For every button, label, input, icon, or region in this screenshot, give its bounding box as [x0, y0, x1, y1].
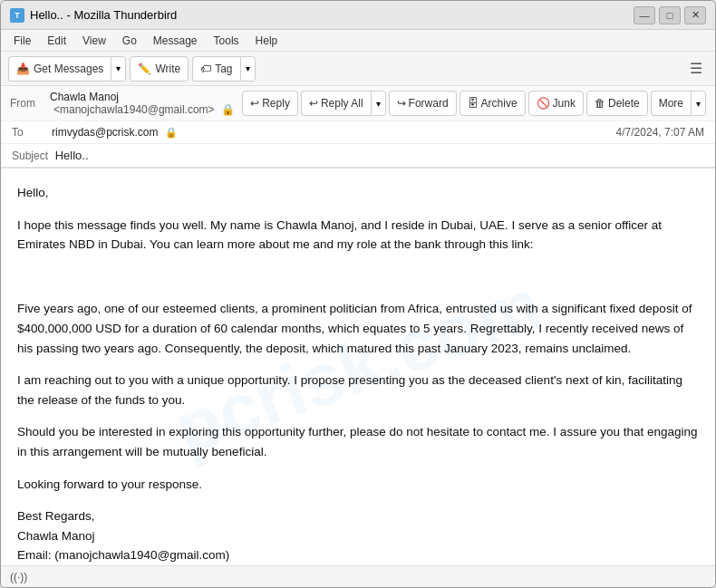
body-para-7: Best Regards,Chawla ManojEmail: (manojch…	[17, 506, 699, 565]
delete-label: Delete	[608, 97, 640, 110]
menu-go[interactable]: Go	[115, 33, 144, 49]
more-button[interactable]: More	[651, 91, 691, 116]
junk-button[interactable]: 🚫 Junk	[528, 91, 584, 116]
forward-button[interactable]: ↪ Forward	[389, 91, 457, 116]
body-para-1: I hope this message finds you well. My n…	[17, 216, 699, 255]
from-security-icon[interactable]: 🔒	[221, 103, 235, 116]
more-group: More ▾	[651, 91, 706, 116]
get-messages-icon: 📥	[16, 63, 30, 75]
status-bar: ((·))	[1, 565, 715, 587]
title-bar-controls: — □ ✕	[634, 6, 706, 24]
hamburger-button[interactable]: ☰	[684, 58, 708, 79]
reply-button[interactable]: ↩ Reply	[242, 91, 298, 116]
tag-group: 🏷 Tag ▾	[192, 56, 255, 82]
reply-all-button[interactable]: ↩ Reply All	[301, 91, 371, 116]
menu-edit[interactable]: Edit	[40, 33, 73, 49]
from-name: Chawla Manoj	[50, 91, 119, 103]
minimize-button[interactable]: —	[634, 6, 655, 24]
body-para-6: Looking forward to your response.	[17, 475, 699, 495]
forward-label: Forward	[409, 97, 449, 110]
to-value: rimvydas@pcrisk.com 🔒	[52, 126, 611, 139]
email-content: Hello, I hope this message finds you wel…	[17, 183, 699, 565]
from-email: <manojchawla1940@gmail.com>	[53, 103, 215, 116]
body-para-0: Hello,	[17, 183, 699, 203]
subject-value: Hello..	[55, 149, 89, 162]
get-messages-label: Get Messages	[34, 63, 103, 75]
get-messages-group: 📥 Get Messages ▾	[8, 56, 126, 82]
body-para-4: I am reaching out to you with a unique o…	[17, 371, 699, 410]
title-bar-left: T Hello.. - Mozilla Thunderbird	[10, 8, 177, 23]
subject-label: Subject	[12, 149, 48, 162]
write-icon: ✏️	[138, 63, 151, 75]
connection-status-icon: ((·))	[10, 571, 27, 583]
write-label: Write	[155, 63, 180, 75]
to-address: rimvydas@pcrisk.com	[52, 126, 159, 139]
title-bar: T Hello.. - Mozilla Thunderbird — □ ✕	[1, 1, 715, 30]
reply-icon: ↩	[250, 97, 259, 110]
tag-label: Tag	[215, 63, 232, 75]
reply-all-icon: ↩	[309, 97, 318, 110]
reply-all-group: ↩ Reply All ▾	[301, 91, 386, 116]
get-messages-button[interactable]: 📥 Get Messages	[8, 56, 111, 82]
more-dropdown[interactable]: ▾	[691, 91, 706, 116]
to-label: To	[12, 126, 46, 139]
tag-button[interactable]: 🏷 Tag	[192, 56, 239, 82]
reply-all-dropdown[interactable]: ▾	[371, 91, 386, 116]
menu-tools[interactable]: Tools	[207, 33, 247, 49]
archive-label: Archive	[481, 97, 518, 110]
tag-icon: 🏷	[200, 63, 211, 75]
menu-file[interactable]: File	[6, 33, 38, 49]
menu-bar: File Edit View Go Message Tools Help	[1, 30, 715, 52]
close-button[interactable]: ✕	[684, 6, 706, 24]
maximize-button[interactable]: □	[659, 6, 681, 24]
email-date: 4/7/2024, 7:07 AM	[616, 126, 704, 139]
menu-help[interactable]: Help	[248, 33, 285, 49]
email-header: From Chawla Manoj <manojchawla1940@gmail…	[1, 86, 715, 169]
delete-icon: 🗑	[595, 97, 605, 110]
forward-icon: ↪	[397, 97, 406, 110]
reply-all-label: Reply All	[321, 97, 363, 110]
archive-button[interactable]: 🗄 Archive	[460, 91, 526, 116]
to-security-icon[interactable]: 🔒	[165, 127, 178, 138]
more-label: More	[659, 97, 683, 110]
from-value: Chawla Manoj <manojchawla1940@gmail.com>…	[50, 91, 237, 116]
write-button[interactable]: ✏️ Write	[130, 56, 189, 82]
junk-icon: 🚫	[537, 97, 550, 110]
to-row: To rimvydas@pcrisk.com 🔒 4/7/2024, 7:07 …	[1, 121, 715, 144]
junk-label: Junk	[553, 97, 576, 110]
from-label: From	[10, 97, 44, 110]
delete-button[interactable]: 🗑 Delete	[586, 91, 648, 116]
menu-message[interactable]: Message	[146, 33, 205, 49]
get-messages-dropdown[interactable]: ▾	[111, 56, 126, 82]
tag-dropdown[interactable]: ▾	[240, 56, 256, 82]
menu-view[interactable]: View	[75, 33, 113, 49]
toolbar: 📥 Get Messages ▾ ✏️ Write 🏷 Tag ▾ ☰	[1, 52, 715, 86]
body-para-2	[17, 267, 699, 287]
body-para-5: Should you be interested in exploring th…	[17, 422, 699, 461]
subject-row: Subject Hello..	[1, 144, 715, 168]
archive-icon: 🗄	[468, 97, 479, 110]
email-body: pcrisk.com Hello, I hope this message fi…	[1, 169, 715, 565]
app-icon: T	[10, 8, 24, 23]
reply-label: Reply	[262, 97, 290, 110]
window-title: Hello.. - Mozilla Thunderbird	[30, 8, 177, 22]
body-para-3: Five years ago, one of our esteemed clie…	[17, 299, 699, 358]
main-window: T Hello.. - Mozilla Thunderbird — □ ✕ Fi…	[0, 0, 716, 588]
